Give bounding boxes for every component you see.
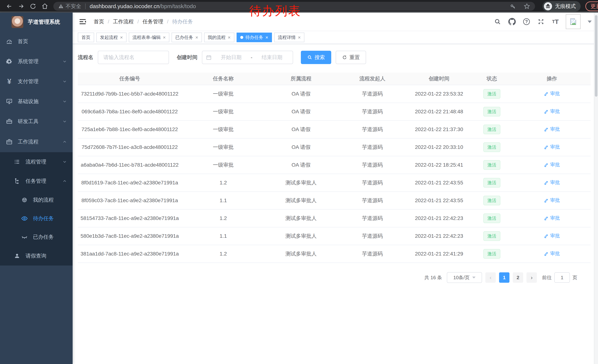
table-row: 725a1eb6-7b88-11ec-8ef0-acde48001122 一级审… (78, 121, 590, 138)
sidebar-item-my-process[interactable]: 我的流程 (0, 191, 73, 209)
home-icon[interactable] (39, 1, 51, 11)
refresh-icon (342, 55, 347, 60)
sidebar-item-workflow[interactable]: 工作流程 (0, 131, 73, 152)
security-warning[interactable]: 不安全 (58, 3, 81, 10)
divider (85, 4, 86, 9)
sidebar-item-system[interactable]: 系统管理 (0, 51, 73, 72)
breadcrumb-workflow[interactable]: 工作流程 (113, 18, 134, 25)
edit-icon (544, 145, 549, 149)
back-icon[interactable] (3, 1, 15, 11)
page-2-button[interactable]: 2 (513, 272, 523, 283)
sidebar-logo[interactable]: 芋道管理系统 (0, 13, 73, 32)
chevron-up-icon (62, 179, 67, 184)
sidebar-item-done-tasks[interactable]: 已办任务 (0, 228, 73, 246)
chevron-down-icon (472, 277, 475, 278)
sidebar-fold-icon[interactable] (79, 18, 86, 25)
edit-icon (544, 180, 549, 185)
key-icon[interactable] (510, 3, 516, 9)
status-badge: 激活 (483, 107, 500, 116)
app-title: 芋道管理系统 (28, 18, 60, 26)
close-icon[interactable]: × (228, 35, 231, 40)
approve-button[interactable]: 审批 (544, 162, 560, 168)
sidebar-item-payment[interactable]: ¥ 支付管理 (0, 72, 73, 91)
forward-icon[interactable] (15, 1, 27, 11)
approve-button[interactable]: 审批 (544, 90, 560, 97)
next-page-button[interactable]: › (526, 272, 537, 283)
status-badge: 激活 (483, 178, 500, 187)
reload-icon[interactable] (27, 1, 39, 11)
fullscreen-icon[interactable] (537, 18, 545, 26)
url-path: /bpm/task/todo (159, 3, 196, 9)
approve-button[interactable]: 审批 (544, 126, 560, 132)
approve-button[interactable]: 审批 (544, 215, 560, 221)
close-icon[interactable]: × (120, 35, 123, 40)
approve-button[interactable]: 审批 (544, 197, 560, 203)
close-icon[interactable]: × (163, 35, 166, 40)
goto-label: 前往 (542, 274, 552, 281)
goto-page-input[interactable] (554, 272, 570, 283)
scrollbar-thumb[interactable] (595, 15, 598, 97)
avatar[interactable] (566, 14, 581, 29)
sidebar: 芋道管理系统 首页 系统管理 ¥ 支付管理 基础设施 (0, 13, 73, 364)
github-icon[interactable] (508, 18, 516, 26)
edit-icon (544, 251, 549, 256)
monitor-icon (6, 98, 13, 105)
browser-scrollbar[interactable] (594, 13, 598, 364)
sidebar-item-home[interactable]: 首页 (0, 32, 73, 51)
sidebar-item-task-mgmt[interactable]: 任务管理 (0, 171, 73, 191)
approve-button[interactable]: 审批 (544, 250, 560, 257)
tab-home[interactable]: 首页 (78, 32, 94, 42)
approve-button[interactable]: 审批 (544, 144, 560, 150)
font-size-icon[interactable]: TT (551, 18, 559, 26)
page-1-button[interactable]: 1 (499, 272, 509, 283)
bookmark-star-icon[interactable] (523, 3, 530, 10)
gear-icon (6, 58, 13, 65)
sidebar-item-infra[interactable]: 基础设施 (0, 91, 73, 112)
sidebar-item-todo-tasks[interactable]: 待办任务 (0, 209, 73, 228)
table-row: 069c6a63-7b8a-11ec-8ef0-acde48001122 一级审… (78, 103, 590, 121)
col-status: 状态 (471, 75, 513, 82)
close-icon[interactable]: × (298, 35, 301, 40)
sidebar-item-devtools[interactable]: 研发工具 (0, 112, 73, 131)
main-area: 首页 / 工作流程 / 任务管理 / 待办任务 ? (73, 13, 598, 364)
close-icon[interactable]: × (266, 35, 268, 40)
status-badge: 激活 (483, 89, 500, 98)
chevron-down-icon (62, 79, 67, 84)
avatar-caret-icon[interactable] (588, 21, 592, 23)
approve-button[interactable]: 审批 (544, 179, 560, 186)
breadcrumb-task-mgmt[interactable]: 任务管理 (143, 18, 163, 25)
filter-form: 流程名 创建时间 开始日期 - 结束日期 搜索 重置 (78, 51, 594, 64)
help-icon[interactable]: ? (523, 18, 531, 26)
sidebar-item-process-mgmt[interactable]: 流程管理 (0, 152, 73, 171)
page-size-select[interactable]: 10条/页 (447, 272, 482, 283)
search-icon[interactable] (493, 18, 502, 26)
browser-update-button[interactable]: 更新 (585, 1, 598, 11)
reset-button[interactable]: 重置 (336, 51, 366, 64)
table-row: a6aba0a4-7b6d-11ec-b781-acde48001122 一级审… (78, 156, 590, 174)
tab-done-tasks[interactable]: 已办任务× (172, 32, 202, 42)
approve-button[interactable]: 审批 (544, 108, 560, 115)
sidebar-item-leave-query[interactable]: 请假查询 (0, 246, 73, 266)
status-badge: 激活 (483, 213, 500, 223)
tree-icon (13, 177, 21, 185)
tab-todo-tasks[interactable]: 待办任务× (237, 32, 272, 42)
search-button[interactable]: 搜索 (301, 51, 331, 64)
status-badge: 激活 (483, 196, 500, 205)
tags-view: 首页 发起流程× 流程表单-编辑× 已办任务× 我的流程× 待办任务× 流程详情… (73, 31, 598, 44)
tab-start-process[interactable]: 发起流程× (96, 32, 126, 42)
search-icon (307, 55, 312, 60)
table-row: 75d72608-7b7f-11ec-a3c8-acde48001122 一级审… (78, 138, 590, 156)
process-name-input[interactable] (98, 51, 169, 64)
create-time-label: 创建时间 (177, 54, 198, 61)
close-icon[interactable]: × (195, 35, 198, 40)
tab-form-edit[interactable]: 流程表单-编辑× (129, 32, 169, 42)
approve-button[interactable]: 审批 (544, 233, 560, 239)
date-range-picker[interactable]: 开始日期 - 结束日期 (202, 51, 293, 64)
prev-page-button[interactable]: ‹ (485, 272, 496, 283)
breadcrumb-current: 待办任务 (172, 18, 193, 25)
tab-process-detail[interactable]: 流程详情× (274, 32, 304, 42)
incognito-badge: 无痕模式 (542, 1, 581, 11)
breadcrumb-home[interactable]: 首页 (94, 18, 104, 25)
tab-my-process[interactable]: 我的流程× (204, 32, 234, 42)
breadcrumb: 首页 / 工作流程 / 任务管理 / 待办任务 (94, 18, 193, 25)
